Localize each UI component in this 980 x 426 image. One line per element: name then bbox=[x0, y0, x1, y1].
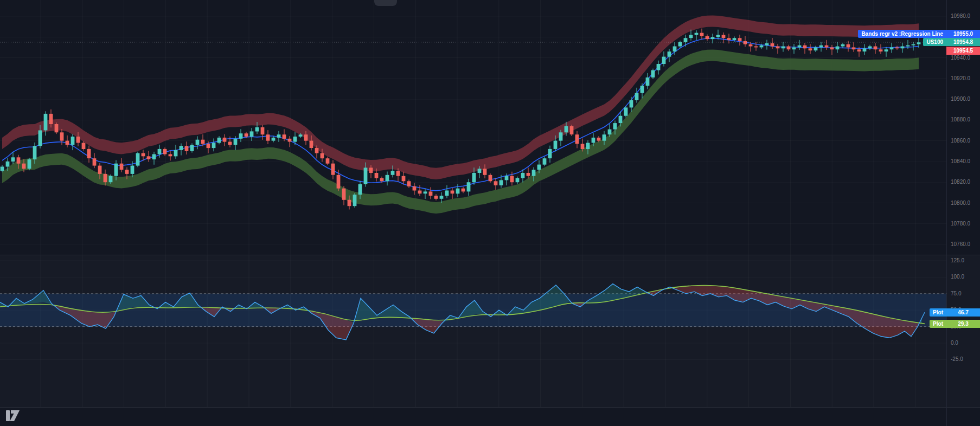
prev-price-badge: 10954.5 bbox=[946, 47, 980, 55]
price-tick-label: 10940.0 bbox=[951, 55, 970, 61]
tradingview-logo[interactable] bbox=[5, 408, 24, 422]
price-tick-label: 75.0 bbox=[951, 291, 961, 297]
price-tick-label: 10800.0 bbox=[951, 200, 970, 206]
oscillator-green-badge: Plot 29.3 bbox=[930, 320, 980, 328]
oscillator-green-label-chip: Plot bbox=[930, 320, 946, 328]
price-tick-label: 10980.0 bbox=[951, 13, 970, 20]
price-scale[interactable]: 10980.010960.010940.010920.010900.010880… bbox=[946, 0, 980, 426]
price-tick-label: 0.0 bbox=[951, 340, 958, 346]
candlestick-chart-canvas[interactable] bbox=[0, 0, 980, 426]
price-tick-label: -25.0 bbox=[951, 356, 963, 363]
price-tick-label: 100.0 bbox=[951, 274, 964, 280]
prev-price-chip: 10954.5 bbox=[946, 47, 980, 55]
chart-root: 10980.010960.010940.010920.010900.010880… bbox=[0, 0, 980, 426]
price-tick-label: 10780.0 bbox=[951, 221, 970, 227]
oscillator-blue-label-chip: Plot bbox=[930, 308, 946, 317]
price-tick-label: 10760.0 bbox=[951, 241, 970, 248]
price-tick-label: 10880.0 bbox=[951, 117, 970, 123]
symbol-price-badge: US100 10954.8 bbox=[923, 38, 980, 46]
symbol-label-chip: US100 bbox=[923, 38, 946, 46]
last-price-chip: 10954.8 bbox=[946, 38, 980, 46]
price-tick-label: 10920.0 bbox=[951, 75, 970, 82]
oscillator-blue-badge: Plot 46.7 bbox=[930, 308, 980, 317]
regression-label-chip: Bands regr v2 :Regression Line bbox=[858, 30, 946, 38]
price-tick-label: 10840.0 bbox=[951, 158, 970, 165]
oscillator-green-value-chip: 29.3 bbox=[946, 320, 980, 328]
regression-price-badge: Bands regr v2 :Regression Line 10955.0 bbox=[858, 30, 980, 38]
price-tick-label: 10900.0 bbox=[951, 96, 970, 102]
price-tick-label: 125.0 bbox=[951, 257, 964, 264]
regression-value-chip: 10955.0 bbox=[946, 30, 980, 38]
oscillator-blue-value-chip: 46.7 bbox=[946, 308, 980, 317]
price-tick-label: 10820.0 bbox=[951, 179, 970, 185]
pane-collapse-button[interactable] bbox=[374, 0, 397, 6]
price-tick-label: 10860.0 bbox=[951, 138, 970, 144]
